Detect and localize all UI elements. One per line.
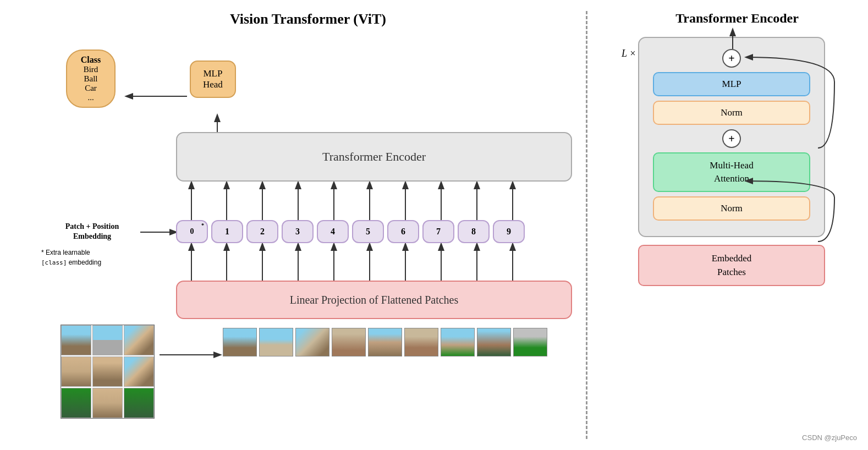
token-1: 1 xyxy=(211,220,243,243)
token-4: 4 xyxy=(317,220,349,243)
grid-patch-8 xyxy=(92,388,123,418)
embedded-patches-label: EmbeddedPatches xyxy=(712,253,752,278)
mlp-block: MLP xyxy=(653,72,810,96)
grid-patch-1 xyxy=(61,325,91,355)
class-output-box: Class Bird Ball Car ... xyxy=(66,50,116,108)
top-plus-circle: + xyxy=(722,49,741,68)
grid-patch-5 xyxy=(92,356,123,387)
class-ellipsis: ... xyxy=(77,93,105,102)
patch-1 xyxy=(223,328,257,356)
linear-proj-label: Linear Projection of Flattened Patches xyxy=(290,294,459,306)
transformer-encoder-label: Transformer Encoder xyxy=(322,150,426,164)
token-5: 5 xyxy=(352,220,384,243)
token-0: 0* xyxy=(176,220,208,243)
class-label: Class xyxy=(77,55,105,65)
l-times-label: L × xyxy=(622,48,636,59)
patch-3 xyxy=(295,328,329,356)
watermark: CSDN @zjuPeco xyxy=(802,433,857,442)
encoder-diagram: L × + MLP Norm + Multi-HeadAttention xyxy=(638,37,853,286)
transformer-encoder-box: Transformer Encoder xyxy=(176,132,572,182)
token-6: 6 xyxy=(387,220,419,243)
embedded-patches-box: EmbeddedPatches xyxy=(638,245,825,286)
patch-4 xyxy=(332,328,366,356)
patch-6 xyxy=(404,328,438,356)
vit-title: Vision Transformer (ViT) xyxy=(230,11,386,28)
grid-patch-3 xyxy=(124,325,154,355)
encoder-section: Transformer Encoder L × + MLP Norm + xyxy=(600,11,853,286)
patch-7 xyxy=(441,328,475,356)
patch-8 xyxy=(477,328,511,356)
patch-2 xyxy=(259,328,293,356)
norm-block-bottom: Norm xyxy=(653,196,810,221)
token-2: 2 xyxy=(246,220,278,243)
mlp-head-box: MLPHead xyxy=(190,61,236,98)
mlp-head-label: MLPHead xyxy=(203,68,223,90)
token-7: 7 xyxy=(422,220,454,243)
grid-patch-7 xyxy=(61,388,91,418)
linear-projection-box: Linear Projection of Flattened Patches xyxy=(176,281,572,319)
token-9: 9 xyxy=(493,220,525,243)
attention-block: Multi-HeadAttention xyxy=(653,152,810,192)
extra-label-text: * Extra learnable[class] embedding xyxy=(41,249,101,266)
encoder-outer-box: + MLP Norm + Multi-HeadAttention Norm xyxy=(638,37,825,237)
token-3: 3 xyxy=(282,220,314,243)
middle-plus-circle: + xyxy=(722,129,741,148)
patch-5 xyxy=(368,328,402,356)
token-8: 8 xyxy=(458,220,490,243)
middle-plus-container: + xyxy=(653,129,810,148)
grid-patch-9 xyxy=(124,388,154,418)
grid-patch-4 xyxy=(61,356,91,387)
patches-row xyxy=(223,328,547,356)
class-ball: Ball xyxy=(77,74,105,84)
patch-9 xyxy=(513,328,547,356)
top-plus-container: + xyxy=(653,49,810,68)
separator xyxy=(586,11,587,439)
tokens-row: 0* 1 2 3 4 5 6 7 8 9 xyxy=(176,220,525,243)
input-image-grid xyxy=(61,325,155,419)
extra-learnable-label: * Extra learnable[class] embedding xyxy=(41,248,138,268)
class-bird: Bird xyxy=(77,65,105,74)
norm-block-top: Norm xyxy=(653,101,810,125)
grid-patch-2 xyxy=(92,325,123,355)
patch-pos-label: Patch + PositionEmbedding xyxy=(47,222,138,242)
encoder-title: Transformer Encoder xyxy=(622,11,853,26)
grid-patch-6 xyxy=(124,356,154,387)
patch-pos-text: Patch + PositionEmbedding xyxy=(65,222,119,240)
vit-section: Vision Transformer (ViT) xyxy=(17,11,600,439)
class-car: Car xyxy=(77,84,105,93)
